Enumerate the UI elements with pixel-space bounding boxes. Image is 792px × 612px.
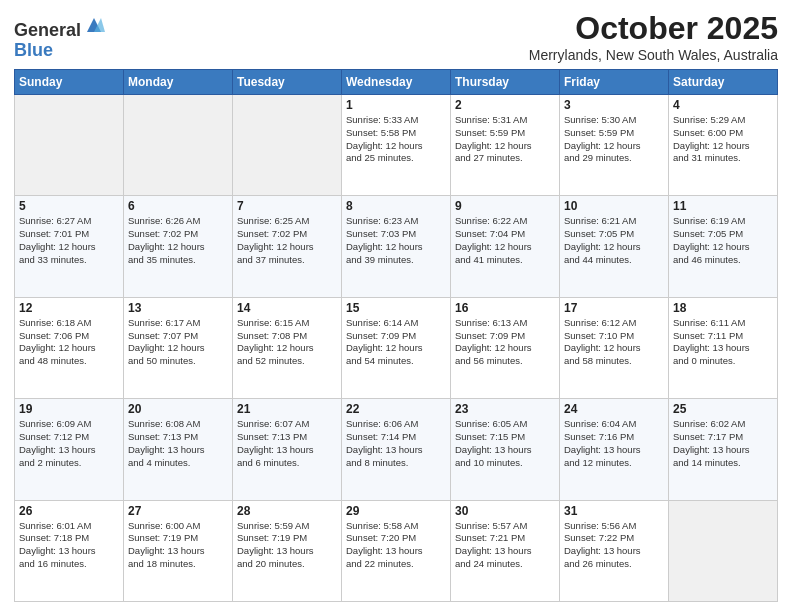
cell-info-line: and 33 minutes. <box>19 254 119 267</box>
day-number: 25 <box>673 402 773 416</box>
cell-info-line: Daylight: 12 hours <box>19 241 119 254</box>
page: General Blue October 2025 Merrylands, Ne… <box>0 0 792 612</box>
day-number: 14 <box>237 301 337 315</box>
day-number: 31 <box>564 504 664 518</box>
cell-info-line: and 56 minutes. <box>455 355 555 368</box>
day-number: 23 <box>455 402 555 416</box>
cell-info-line: Sunrise: 5:29 AM <box>673 114 773 127</box>
calendar-header-thursday: Thursday <box>451 70 560 95</box>
cell-info-line: Sunrise: 6:25 AM <box>237 215 337 228</box>
cell-info-line: Sunset: 7:09 PM <box>346 330 446 343</box>
cell-info-line: Sunrise: 5:58 AM <box>346 520 446 533</box>
day-number: 19 <box>19 402 119 416</box>
cell-info-line: Sunrise: 6:12 AM <box>564 317 664 330</box>
cell-info-line: Sunset: 7:13 PM <box>237 431 337 444</box>
cell-info-line: Sunrise: 6:11 AM <box>673 317 773 330</box>
calendar-row-1: 5Sunrise: 6:27 AMSunset: 7:01 PMDaylight… <box>15 196 778 297</box>
cell-info-line: Daylight: 13 hours <box>19 545 119 558</box>
cell-info-line: Sunset: 7:08 PM <box>237 330 337 343</box>
cell-info-line: and 31 minutes. <box>673 152 773 165</box>
calendar-cell: 28Sunrise: 5:59 AMSunset: 7:19 PMDayligh… <box>233 500 342 601</box>
cell-info-line: Daylight: 12 hours <box>564 342 664 355</box>
calendar-cell: 7Sunrise: 6:25 AMSunset: 7:02 PMDaylight… <box>233 196 342 297</box>
calendar-cell: 5Sunrise: 6:27 AMSunset: 7:01 PMDaylight… <box>15 196 124 297</box>
cell-info-line: Daylight: 13 hours <box>346 444 446 457</box>
cell-info-line: Daylight: 13 hours <box>455 444 555 457</box>
cell-info-line: Daylight: 12 hours <box>455 342 555 355</box>
calendar-cell: 1Sunrise: 5:33 AMSunset: 5:58 PMDaylight… <box>342 95 451 196</box>
cell-info-line: and 14 minutes. <box>673 457 773 470</box>
calendar-cell: 15Sunrise: 6:14 AMSunset: 7:09 PMDayligh… <box>342 297 451 398</box>
cell-info-line: Sunset: 6:00 PM <box>673 127 773 140</box>
cell-info-line: Sunset: 7:11 PM <box>673 330 773 343</box>
calendar-header-wednesday: Wednesday <box>342 70 451 95</box>
day-number: 29 <box>346 504 446 518</box>
day-number: 2 <box>455 98 555 112</box>
month-title: October 2025 <box>529 10 778 47</box>
cell-info-line: Sunset: 7:19 PM <box>128 532 228 545</box>
cell-info-line: Sunrise: 6:27 AM <box>19 215 119 228</box>
calendar-row-3: 19Sunrise: 6:09 AMSunset: 7:12 PMDayligh… <box>15 399 778 500</box>
cell-info-line: Daylight: 12 hours <box>455 140 555 153</box>
cell-info-line: Sunrise: 6:15 AM <box>237 317 337 330</box>
calendar-cell: 14Sunrise: 6:15 AMSunset: 7:08 PMDayligh… <box>233 297 342 398</box>
cell-info-line: and 29 minutes. <box>564 152 664 165</box>
day-number: 5 <box>19 199 119 213</box>
calendar-header-tuesday: Tuesday <box>233 70 342 95</box>
cell-info-line: Sunrise: 6:02 AM <box>673 418 773 431</box>
calendar-cell: 29Sunrise: 5:58 AMSunset: 7:20 PMDayligh… <box>342 500 451 601</box>
cell-info-line: and 44 minutes. <box>564 254 664 267</box>
cell-info-line: Sunrise: 5:33 AM <box>346 114 446 127</box>
day-number: 17 <box>564 301 664 315</box>
day-number: 13 <box>128 301 228 315</box>
cell-info-line: Sunset: 7:03 PM <box>346 228 446 241</box>
calendar-cell: 20Sunrise: 6:08 AMSunset: 7:13 PMDayligh… <box>124 399 233 500</box>
cell-info-line: and 4 minutes. <box>128 457 228 470</box>
cell-info-line: Sunset: 7:12 PM <box>19 431 119 444</box>
calendar-cell: 17Sunrise: 6:12 AMSunset: 7:10 PMDayligh… <box>560 297 669 398</box>
cell-info-line: Sunrise: 6:19 AM <box>673 215 773 228</box>
cell-info-line: Sunrise: 6:01 AM <box>19 520 119 533</box>
cell-info-line: Sunrise: 5:30 AM <box>564 114 664 127</box>
day-number: 16 <box>455 301 555 315</box>
cell-info-line: Daylight: 13 hours <box>237 444 337 457</box>
calendar-row-2: 12Sunrise: 6:18 AMSunset: 7:06 PMDayligh… <box>15 297 778 398</box>
cell-info-line: and 37 minutes. <box>237 254 337 267</box>
cell-info-line: Sunrise: 5:57 AM <box>455 520 555 533</box>
cell-info-line: Daylight: 12 hours <box>564 140 664 153</box>
cell-info-line: Sunrise: 6:05 AM <box>455 418 555 431</box>
day-number: 3 <box>564 98 664 112</box>
cell-info-line: Sunset: 7:05 PM <box>673 228 773 241</box>
day-number: 21 <box>237 402 337 416</box>
cell-info-line: Daylight: 13 hours <box>455 545 555 558</box>
cell-info-line: and 8 minutes. <box>346 457 446 470</box>
cell-info-line: Sunset: 7:04 PM <box>455 228 555 241</box>
cell-info-line: and 48 minutes. <box>19 355 119 368</box>
cell-info-line: Daylight: 12 hours <box>673 241 773 254</box>
cell-info-line: Sunset: 7:16 PM <box>564 431 664 444</box>
cell-info-line: Sunrise: 6:23 AM <box>346 215 446 228</box>
cell-info-line: Sunrise: 6:17 AM <box>128 317 228 330</box>
cell-info-line: and 12 minutes. <box>564 457 664 470</box>
cell-info-line: Sunset: 7:18 PM <box>19 532 119 545</box>
calendar-cell: 18Sunrise: 6:11 AMSunset: 7:11 PMDayligh… <box>669 297 778 398</box>
cell-info-line: Sunset: 5:59 PM <box>455 127 555 140</box>
calendar-cell: 3Sunrise: 5:30 AMSunset: 5:59 PMDaylight… <box>560 95 669 196</box>
calendar-cell: 19Sunrise: 6:09 AMSunset: 7:12 PMDayligh… <box>15 399 124 500</box>
day-number: 22 <box>346 402 446 416</box>
cell-info-line: Daylight: 13 hours <box>19 444 119 457</box>
cell-info-line: Daylight: 12 hours <box>128 342 228 355</box>
cell-info-line: Sunset: 7:02 PM <box>237 228 337 241</box>
cell-info-line: Sunset: 7:10 PM <box>564 330 664 343</box>
calendar-cell <box>124 95 233 196</box>
day-number: 15 <box>346 301 446 315</box>
day-number: 20 <box>128 402 228 416</box>
cell-info-line: Sunrise: 6:21 AM <box>564 215 664 228</box>
logo: General Blue <box>14 14 105 61</box>
calendar-header-friday: Friday <box>560 70 669 95</box>
cell-info-line: Daylight: 12 hours <box>237 342 337 355</box>
cell-info-line: Sunset: 7:14 PM <box>346 431 446 444</box>
calendar-header-row: SundayMondayTuesdayWednesdayThursdayFrid… <box>15 70 778 95</box>
calendar-header-monday: Monday <box>124 70 233 95</box>
calendar-header-saturday: Saturday <box>669 70 778 95</box>
